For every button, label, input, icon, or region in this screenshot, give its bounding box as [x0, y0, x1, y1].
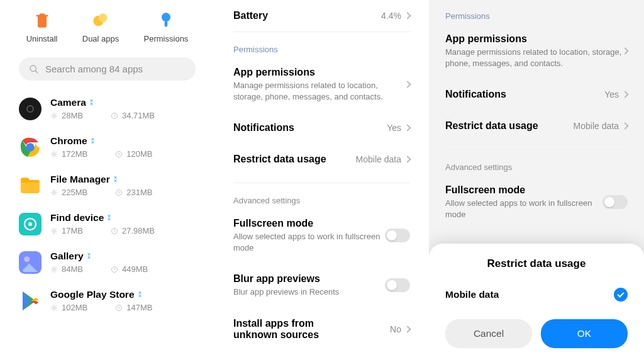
- svg-line-5: [35, 71, 38, 73]
- app-row-playstore[interactable]: Google Play Store⁑ 102MB 147MB: [19, 281, 196, 320]
- cancel-button[interactable]: Cancel: [445, 319, 532, 348]
- dualapps-action[interactable]: Dual apps: [82, 11, 119, 43]
- permissions-action[interactable]: Permissions: [144, 11, 189, 43]
- dots-icon: ⁑: [87, 253, 91, 260]
- chevron-right-icon: [404, 12, 411, 19]
- clear-defaults-row[interactable]: Clear defaults: [233, 351, 410, 362]
- modal-title: Restrict data usage: [445, 257, 628, 270]
- advanced-section-label: Advanced settings: [445, 162, 628, 172]
- dots-icon: ⁑: [108, 215, 111, 222]
- playstore-icon: [19, 290, 42, 312]
- trash-icon: [33, 11, 51, 29]
- dots-icon: ⁑: [114, 176, 117, 183]
- dualapps-icon: [92, 11, 109, 29]
- camera-icon: [19, 98, 42, 120]
- notifications-row[interactable]: Notifications Yes: [233, 112, 410, 144]
- svg-point-23: [53, 268, 55, 271]
- chevron-right-icon: [404, 156, 411, 162]
- chrome-icon: [19, 136, 42, 159]
- svg-point-11: [53, 153, 55, 156]
- uninstall-action[interactable]: Uninstall: [26, 11, 58, 43]
- check-icon: [614, 288, 628, 302]
- divider: [233, 31, 410, 32]
- permissions-section-label: Permissions: [445, 11, 628, 21]
- svg-point-2: [162, 13, 170, 21]
- search-icon: [29, 64, 39, 74]
- quick-actions: Uninstall Dual apps Permissions: [0, 0, 214, 48]
- svg-point-19: [53, 230, 55, 232]
- dualapps-label: Dual apps: [82, 34, 119, 43]
- dots-icon: ⁑: [90, 99, 93, 106]
- restrict-data-row[interactable]: Restrict data usage Mobile data: [233, 144, 410, 175]
- app-row-chrome[interactable]: Chrome⁑ 172MB 120MB: [19, 128, 196, 166]
- blur-switch[interactable]: [385, 278, 410, 292]
- modal-option-mobiledata[interactable]: Mobile data: [445, 288, 628, 302]
- app-row-camera[interactable]: Camera⁑ 28MB 34.71MB: [19, 89, 196, 128]
- divider: [233, 183, 410, 183]
- restrict-data-modal: Restrict data usage Mobile data Cancel O…: [429, 244, 644, 362]
- fullscreen-row[interactable]: Fullscreen mode Allow selected apps to w…: [445, 174, 628, 230]
- chevron-right-icon: [404, 124, 411, 131]
- uninstall-label: Uninstall: [26, 34, 58, 43]
- svg-point-22: [24, 256, 30, 262]
- chevron-right-icon: [404, 325, 411, 332]
- dots-icon: ⁑: [138, 291, 142, 298]
- svg-point-25: [53, 307, 55, 309]
- folder-icon: [19, 174, 42, 197]
- fullscreen-switch[interactable]: [385, 229, 410, 242]
- app-detail-panel: Battery 4.4% Permissions App permissions…: [214, 0, 429, 362]
- svg-rect-3: [165, 21, 168, 26]
- blur-row[interactable]: Blur app previews Blur app previews in R…: [233, 263, 410, 308]
- gear-icon: [50, 112, 58, 120]
- permissions-label: Permissions: [144, 34, 189, 43]
- svg-point-1: [99, 14, 108, 23]
- app-permissions-row[interactable]: App permissions Manage permissions relat…: [233, 57, 410, 112]
- app-row-gallery[interactable]: Gallery⁑ 84MB 449MB: [19, 243, 196, 281]
- dots-icon: ⁑: [91, 138, 94, 145]
- battery-row[interactable]: Battery 4.4%: [233, 0, 410, 31]
- svg-point-14: [53, 191, 55, 194]
- chevron-right-icon: [404, 81, 411, 88]
- svg-point-18: [28, 222, 32, 226]
- clock-icon: [111, 112, 118, 120]
- chevron-right-icon: [621, 122, 628, 129]
- chevron-right-icon: [621, 47, 628, 54]
- modal-panel: Permissions App permissions Manage permi…: [429, 0, 644, 362]
- app-name-label: Camera: [50, 97, 86, 108]
- ok-button[interactable]: OK: [541, 319, 628, 348]
- apps-panel: Uninstall Dual apps Permissions Search a…: [0, 0, 214, 362]
- app-permissions-row[interactable]: App permissions Manage permissions relat…: [445, 23, 628, 79]
- gallery-icon: [19, 251, 42, 274]
- permissions-icon: [157, 11, 175, 29]
- advanced-section-label: Advanced settings: [233, 196, 410, 205]
- divider: [445, 149, 628, 150]
- svg-point-6: [53, 115, 55, 117]
- chevron-right-icon: [621, 91, 628, 98]
- app-row-finddevice[interactable]: Find device⁑ 17MB 27.98MB: [19, 205, 196, 243]
- fullscreen-row[interactable]: Fullscreen mode Allow selected apps to w…: [233, 208, 410, 263]
- notifications-row[interactable]: Notifications Yes: [445, 79, 628, 110]
- app-list: Camera⁑ 28MB 34.71MB Chrome⁑ 172MB 120MB: [0, 89, 214, 320]
- install-unknown-row[interactable]: Install apps from unknown sources No: [233, 308, 410, 351]
- permissions-section-label: Permissions: [233, 45, 410, 54]
- svg-point-4: [30, 65, 36, 71]
- restrict-data-row[interactable]: Restrict data usage Mobile data: [445, 110, 628, 142]
- finddevice-icon: [19, 213, 42, 235]
- app-row-filemanager[interactable]: File Manager⁑ 225MB 231MB: [19, 166, 196, 205]
- search-placeholder: Search among 84 apps: [45, 64, 143, 74]
- modal-buttons: Cancel OK: [445, 319, 628, 348]
- search-input[interactable]: Search among 84 apps: [19, 57, 196, 81]
- fullscreen-switch[interactable]: [602, 195, 628, 209]
